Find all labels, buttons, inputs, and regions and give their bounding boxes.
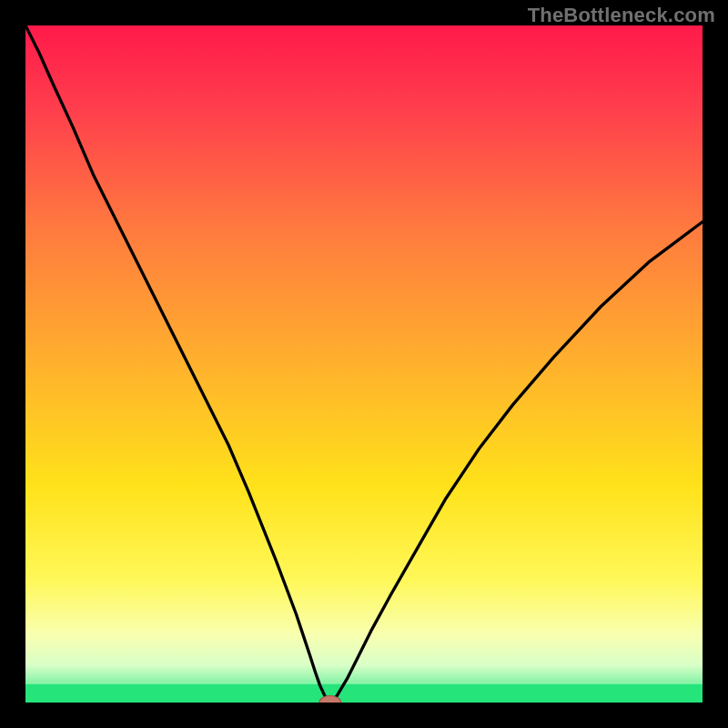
gradient-background bbox=[25, 25, 703, 703]
watermark-text: TheBottleneck.com bbox=[528, 4, 715, 27]
green-band bbox=[25, 684, 703, 703]
chart-frame: TheBottleneck.com bbox=[0, 0, 728, 728]
bottleneck-plot bbox=[25, 25, 703, 703]
